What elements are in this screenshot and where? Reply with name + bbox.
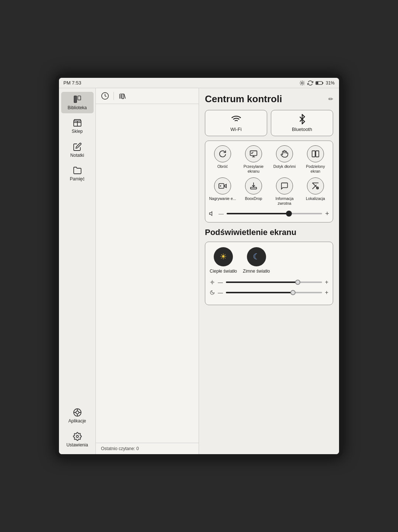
sidebar-label-storage: Pamięć — [70, 176, 84, 182]
wifi-label: Wi-Fi — [230, 127, 241, 132]
splitscreen-label: Podzielony ekran — [302, 164, 329, 174]
volume-slider[interactable] — [227, 213, 322, 214]
cool-slider[interactable] — [226, 292, 322, 293]
location-label: Lokalizacja — [306, 196, 325, 201]
warm-slider-row: — + — [210, 279, 328, 286]
wifi-icon — [231, 114, 241, 124]
light-modes: ☀ Ciepłe światło ☾ Zimne światło — [210, 247, 328, 274]
cool-plus[interactable]: + — [325, 289, 328, 296]
action-rotate[interactable]: Obróć — [209, 145, 236, 174]
sidebar-item-shop[interactable]: Sklep — [61, 115, 94, 137]
action-record[interactable]: Nagrywanie e... — [209, 177, 236, 206]
svg-point-34 — [220, 185, 221, 187]
warm-dash: — — [218, 279, 223, 285]
warm-plus[interactable]: + — [325, 279, 328, 286]
screencast-label: Przesylanie ekranu — [240, 164, 267, 174]
warm-light-label: Ciepłe światło — [210, 269, 237, 274]
cool-dash: — — [218, 290, 223, 296]
svg-line-5 — [300, 81, 301, 81]
cool-light-circle: ☾ — [247, 247, 266, 266]
svg-rect-33 — [219, 184, 224, 189]
svg-point-0 — [301, 82, 303, 84]
volume-row: — + — [209, 210, 329, 218]
svg-rect-10 — [316, 82, 318, 84]
sidebar-label-apps: Aplikacje — [68, 418, 86, 424]
location-circle — [307, 177, 324, 194]
lighting-title: Podświwietlenie ekranu — [205, 228, 333, 237]
svg-rect-12 — [74, 96, 77, 103]
action-feedback[interactable]: Informacja zwrotna — [271, 177, 298, 206]
warm-slider[interactable] — [226, 281, 322, 283]
action-splitscreen[interactable]: Podzielony ekran — [302, 145, 329, 174]
volume-dash: — — [219, 211, 224, 217]
record-label: Nagrywanie e... — [209, 196, 236, 201]
lighting-box: ☀ Ciepłe światło ☾ Zimne światło — [205, 242, 333, 305]
brightness-icon — [299, 80, 305, 86]
svg-line-6 — [304, 84, 304, 84]
record-circle — [214, 177, 231, 194]
sidebar-item-apps[interactable]: Aplikacje — [61, 405, 94, 426]
panel-title: Centrum kontroli — [205, 93, 282, 105]
touch-label: Dotyk dłońmi — [273, 164, 296, 169]
edit-icon[interactable]: ✏ — [328, 96, 333, 103]
volume-icon — [209, 210, 216, 217]
wifi-toggle[interactable]: Wi-Fi — [205, 110, 267, 136]
apps-icon — [73, 408, 82, 417]
cool-light-mode[interactable]: ☾ Zimne światło — [243, 247, 270, 274]
svg-line-8 — [304, 81, 304, 81]
svg-rect-30 — [312, 151, 315, 157]
warm-light-circle: ☀ — [214, 247, 233, 266]
svg-rect-36 — [251, 187, 257, 189]
svg-point-18 — [76, 411, 79, 414]
device-frame: PM 7:53 — [55, 74, 343, 458]
sidebar-label-library: Biblioteka — [67, 105, 87, 110]
touch-circle — [276, 145, 293, 162]
feedback-circle — [276, 177, 293, 194]
sidebar-item-library[interactable]: Biblioteka — [61, 92, 94, 113]
sidebar-label-notes: Notatki — [70, 153, 84, 158]
screen: PM 7:53 — [59, 78, 339, 454]
sidebar-label-settings: Ustawienia — [66, 442, 88, 448]
bluetooth-toggle[interactable]: Bluetooth — [271, 110, 333, 136]
status-time: PM 7:53 — [63, 80, 81, 86]
svg-rect-13 — [78, 96, 81, 100]
sidebar: Biblioteka Sklep Not — [59, 88, 96, 454]
svg-rect-27 — [122, 94, 124, 99]
settings-icon — [73, 432, 82, 441]
actions-grid: Obróć — [209, 145, 329, 206]
content-header — [96, 88, 199, 104]
svg-line-39 — [313, 185, 317, 189]
clock-icon — [101, 92, 109, 100]
content-body — [96, 104, 199, 443]
action-location[interactable]: Lokalizacja — [302, 177, 329, 206]
volume-plus[interactable]: + — [325, 210, 329, 218]
sidebar-label-shop: Sklep — [71, 129, 83, 134]
svg-point-42 — [212, 281, 213, 283]
sync-icon — [307, 80, 313, 86]
battery-level: 31% — [326, 80, 335, 86]
sidebar-item-settings[interactable]: Ustawienia — [61, 429, 94, 450]
content-area: Ostatnio czytane: 0 — [96, 88, 199, 454]
warm-light-mode[interactable]: ☀ Ciepłe światło — [210, 247, 237, 274]
cool-light-label: Zimne światło — [243, 269, 270, 274]
warm-slider-icon — [210, 280, 215, 285]
sidebar-item-notes[interactable]: Notatki — [61, 139, 94, 161]
main-layout: Biblioteka Sklep Not — [59, 88, 339, 454]
svg-line-7 — [300, 84, 301, 84]
header-divider — [114, 92, 114, 100]
screencast-circle — [245, 145, 262, 162]
booxdrop-circle — [245, 177, 262, 194]
content-footer: Ostatnio czytane: 0 — [96, 443, 199, 454]
svg-marker-32 — [224, 184, 226, 188]
action-touch[interactable]: Dotyk dłońmi — [271, 145, 298, 174]
action-screencast[interactable]: Przesylanie ekranu — [240, 145, 267, 174]
svg-marker-41 — [210, 212, 212, 216]
bluetooth-icon — [297, 114, 307, 124]
status-icons: 31% — [299, 80, 335, 86]
cool-slider-icon — [210, 290, 215, 295]
svg-point-23 — [76, 435, 78, 438]
panel-title-row: Centrum kontroli ✏ — [205, 93, 333, 105]
action-booxdrop[interactable]: BooxDrop — [240, 177, 267, 206]
svg-rect-11 — [322, 82, 324, 83]
sidebar-item-storage[interactable]: Pamięć — [61, 163, 94, 184]
